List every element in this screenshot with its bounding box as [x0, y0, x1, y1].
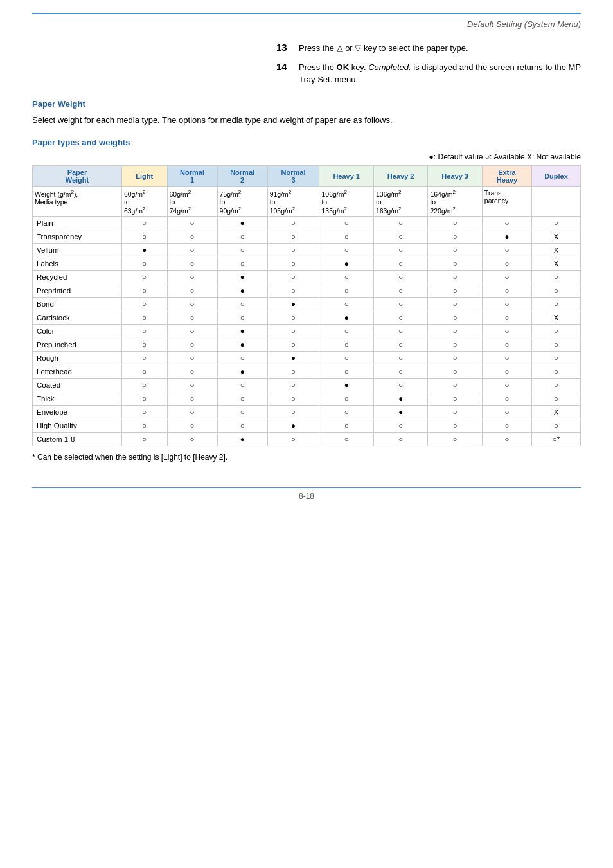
cell-value: ○ — [121, 433, 167, 446]
table-row: Preprinted○○●○○○○○○ — [33, 284, 581, 298]
cell-value: ○ — [319, 433, 373, 446]
cell-value: ○ — [482, 244, 531, 257]
cell-value: ○ — [121, 230, 167, 244]
cell-value: X — [531, 257, 580, 271]
media-label: Letterhead — [33, 365, 122, 379]
table-row: Envelope○○○○○●○○X — [33, 406, 581, 419]
cell-value: ○ — [482, 433, 531, 446]
cell-value: ○ — [373, 433, 427, 446]
table-row: Prepunched○○●○○○○○○ — [33, 338, 581, 352]
cell-value: ○ — [428, 365, 482, 379]
cell-value: ○ — [373, 311, 427, 325]
cell-value: ● — [121, 244, 167, 257]
cell-value: ○ — [167, 419, 217, 433]
cell-value: ○ — [373, 217, 427, 230]
cell-value: ● — [217, 338, 267, 352]
cell-value: ○ — [319, 392, 373, 406]
cell-value: ○ — [428, 325, 482, 338]
table-row: Plain○○●○○○○○○ — [33, 217, 581, 230]
media-label: Cardstock — [33, 311, 122, 325]
cell-value: ○ — [428, 311, 482, 325]
cell-value: ● — [217, 217, 267, 230]
table-row: Bond○○○●○○○○○ — [33, 298, 581, 311]
cell-value: ○ — [319, 284, 373, 298]
cell-value: ○ — [167, 433, 217, 446]
footer: 8-18 — [32, 487, 581, 501]
cell-value: ○ — [267, 257, 319, 271]
step-13-num: 13 — [276, 42, 299, 53]
cell-value: ○ — [428, 257, 482, 271]
table-row: Transparency○○○○○○○●X — [33, 230, 581, 244]
cell-value: ○ — [267, 433, 319, 446]
cell-value: ○ — [482, 338, 531, 352]
cell-value: ○ — [217, 311, 267, 325]
cell-value: ○ — [121, 392, 167, 406]
cell-value: ○ — [319, 271, 373, 284]
th-paper-weight: PaperWeight — [33, 166, 122, 187]
cell-value: ○ — [373, 244, 427, 257]
cell-value: ○ — [531, 352, 580, 365]
cell-value: ○ — [428, 352, 482, 365]
media-label: Labels — [33, 257, 122, 271]
cell-value: ○ — [319, 338, 373, 352]
cell-value: ○ — [319, 352, 373, 365]
th-normal1: Normal1 — [167, 166, 217, 187]
cell-value: ● — [319, 257, 373, 271]
media-label: Envelope — [33, 406, 122, 419]
media-label: Coated — [33, 379, 122, 392]
cell-value: ○ — [531, 419, 580, 433]
cell-value: ○ — [482, 325, 531, 338]
th-duplex: Duplex — [531, 166, 580, 187]
step-14-text: Press the OK key. Completed. is displaye… — [299, 61, 581, 86]
cell-value: ○ — [217, 230, 267, 244]
weight-heavy3: 164g/m2to220g/m2 — [428, 187, 482, 217]
cell-value: ○ — [531, 271, 580, 284]
cell-value: ○ — [167, 284, 217, 298]
cell-value: ● — [267, 298, 319, 311]
cell-value: ○ — [428, 338, 482, 352]
cell-value: ○ — [482, 217, 531, 230]
cell-value: ○ — [121, 365, 167, 379]
cell-value: ○ — [428, 406, 482, 419]
weight-normal2: 75g/m2to90g/m2 — [217, 187, 267, 217]
cell-value: ○ — [482, 284, 531, 298]
cell-value: ○ — [121, 419, 167, 433]
cell-value: ○ — [217, 379, 267, 392]
cell-value: ○ — [482, 271, 531, 284]
cell-value: ○ — [267, 406, 319, 419]
media-label: Rough — [33, 352, 122, 365]
cell-value: ○ — [428, 379, 482, 392]
paper-weight-desc: Select weight for each media type. The o… — [32, 114, 581, 127]
weight-normal3: 91g/m2to105g/m2 — [267, 187, 319, 217]
cell-value: ○ — [267, 271, 319, 284]
th-normal2: Normal2 — [217, 166, 267, 187]
cell-value: ○ — [319, 217, 373, 230]
cell-value: ○ — [373, 271, 427, 284]
cell-value: ○ — [373, 338, 427, 352]
media-label: Color — [33, 325, 122, 338]
cell-value: ○ — [121, 379, 167, 392]
table-row: High Quality○○○●○○○○○ — [33, 419, 581, 433]
cell-value: ○ — [531, 217, 580, 230]
cell-value: ○ — [482, 352, 531, 365]
cell-value: ○ — [531, 284, 580, 298]
cell-value: ○ — [482, 379, 531, 392]
cell-value: ○ — [428, 419, 482, 433]
cell-value: ○ — [121, 217, 167, 230]
step-13: 13 Press the △ or ▽ key to select the pa… — [276, 42, 581, 55]
cell-value: ○ — [373, 365, 427, 379]
weight-row: Weight (g/m2),Media type 60g/m2to63g/m2 … — [33, 187, 581, 217]
weight-heavy1: 106g/m2to135g/m2 — [319, 187, 373, 217]
cell-value: ○ — [319, 419, 373, 433]
footnote-text: * Can be selected when the setting is [L… — [32, 453, 227, 462]
cell-value: ○ — [319, 365, 373, 379]
weight-light: 60g/m2to63g/m2 — [121, 187, 167, 217]
cell-value: ○ — [482, 419, 531, 433]
step-14-num: 14 — [276, 61, 299, 72]
cell-value: ○ — [428, 284, 482, 298]
cell-value: ○ — [319, 230, 373, 244]
cell-value: ○ — [167, 298, 217, 311]
cell-value: ○ — [531, 325, 580, 338]
cell-value: ○ — [482, 311, 531, 325]
table-row: Letterhead○○●○○○○○○ — [33, 365, 581, 379]
